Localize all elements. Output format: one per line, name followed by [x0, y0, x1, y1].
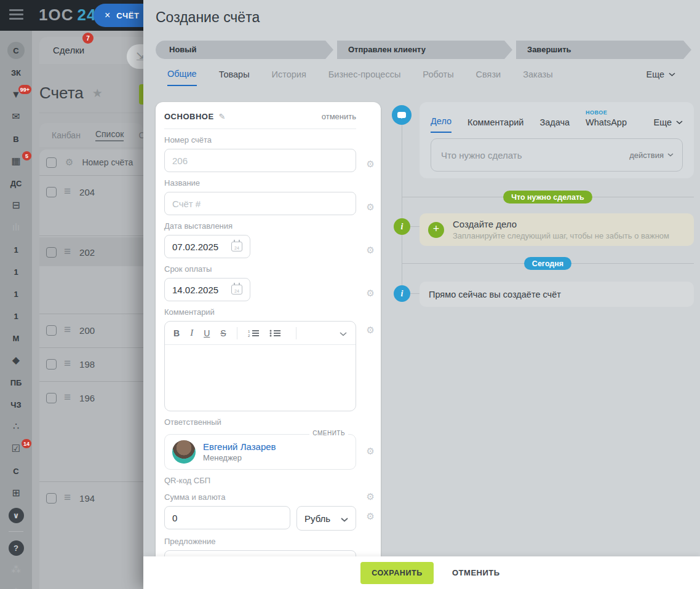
sidebar-item-m[interactable]: М — [0, 327, 32, 349]
box-icon[interactable]: ◆ — [0, 349, 32, 371]
field-settings-gear-icon[interactable]: ⚙ — [367, 325, 375, 336]
tab-роботы[interactable]: Роботы — [423, 69, 453, 85]
field-settings-gear-icon[interactable]: ⚙ — [367, 511, 375, 522]
timeline-tab-whatsapp[interactable]: WhatsAppНОВОЕ — [586, 117, 627, 133]
profile-avatar[interactable]: С — [0, 39, 32, 61]
comment-textarea[interactable] — [165, 345, 356, 411]
edit-pencil-icon[interactable]: ✎ — [219, 112, 226, 121]
tab-связи[interactable]: Связи — [476, 69, 501, 85]
currency-select[interactable]: Рубль — [296, 506, 356, 531]
sidebar-item-zk[interactable]: ЗК — [0, 61, 32, 84]
todo-input[interactable]: Что нужно сделать действия — [431, 138, 683, 172]
select-all-checkbox[interactable] — [46, 157, 57, 168]
title-input[interactable]: Счёт # — [164, 192, 356, 215]
calendar-icon[interactable]: 24 — [231, 242, 242, 251]
change-responsible-link[interactable]: сменить — [309, 430, 348, 437]
underline-icon[interactable]: U — [204, 328, 210, 338]
row-checkbox[interactable] — [46, 393, 57, 403]
bullet-list-icon[interactable] — [269, 329, 280, 338]
chevron-down-icon[interactable] — [340, 328, 347, 339]
timeline-tab-задача[interactable]: Задача — [539, 117, 570, 133]
stage-1[interactable]: Новый — [156, 41, 333, 59]
timeline-tab-дело[interactable]: Дело — [431, 116, 451, 133]
menu-hamburger-icon[interactable] — [9, 9, 23, 22]
field-settings-gear-icon[interactable]: ⚙ — [367, 446, 375, 457]
view-tab-список[interactable]: Список — [95, 129, 124, 141]
help-icon[interactable]: ? — [0, 537, 32, 559]
tab-товары[interactable]: Товары — [219, 69, 250, 85]
tab-история[interactable]: История — [272, 69, 306, 85]
envelope-icon[interactable]: ✉ — [0, 106, 32, 128]
actions-dropdown[interactable]: действия — [629, 151, 674, 160]
view-tab-с[interactable]: С — [138, 130, 143, 140]
sidebar-item-1c[interactable]: 1 — [0, 283, 32, 305]
cancel-button[interactable]: ОТМЕНИТЬ — [452, 568, 500, 577]
strikethrough-icon[interactable]: S — [220, 328, 226, 338]
timeline-tab-more[interactable]: Еще — [653, 117, 683, 133]
invoice-number-cell[interactable]: 194 — [79, 493, 95, 504]
row-checkbox[interactable] — [46, 359, 57, 370]
favorite-star-icon[interactable]: ★ — [92, 86, 103, 100]
sidebar-item-1d[interactable]: 1 — [0, 305, 32, 327]
logo[interactable]: 1ОС24 — [39, 6, 96, 25]
sidebar-item-v[interactable]: В — [0, 128, 32, 150]
tab-общие[interactable]: Общие — [167, 69, 197, 86]
invoice-number-cell[interactable]: 200 — [79, 325, 95, 336]
table-settings-gear-icon[interactable]: ⚙ — [65, 157, 73, 168]
calendar-icon[interactable]: 24 — [231, 285, 242, 294]
stage-3[interactable]: Завершить — [516, 41, 691, 59]
numbered-list-icon[interactable]: 12 — [248, 329, 259, 338]
row-checkbox[interactable] — [46, 493, 57, 504]
sidebar-item-ds[interactable]: ДС — [0, 172, 32, 194]
sidebar-item-chz[interactable]: ЧЗ — [0, 393, 32, 416]
tab-заказы[interactable]: Заказы — [523, 69, 552, 85]
due-date-input[interactable]: 14.02.2025 24 — [164, 278, 250, 301]
stage-2[interactable]: Отправлен клиенту — [337, 41, 512, 59]
field-settings-gear-icon[interactable]: ⚙ — [367, 288, 375, 299]
field-settings-gear-icon[interactable]: ⚙ — [367, 491, 375, 502]
gear-icon[interactable]: ⚙ — [0, 581, 32, 589]
amount-input[interactable]: 0 — [164, 506, 290, 529]
tab-more[interactable]: Еще — [646, 69, 675, 85]
invoice-number-input[interactable]: 206 — [164, 149, 356, 172]
row-menu-icon[interactable]: ≡ — [64, 359, 71, 368]
row-checkbox[interactable] — [46, 325, 57, 336]
tree-icon[interactable]: ⁂ — [0, 559, 32, 581]
invoice-number-cell[interactable]: 204 — [79, 187, 95, 197]
timeline-tab-комментарий[interactable]: Комментарий — [467, 117, 523, 133]
card-reader-icon[interactable]: ⊟ — [0, 194, 32, 216]
share-dots-icon[interactable]: ∴ — [0, 416, 32, 438]
close-icon[interactable]: × — [105, 10, 110, 21]
sidebar-item-s[interactable]: С — [0, 460, 32, 482]
create-activity-card[interactable]: + Создайте дело Запланируйте следующий ш… — [420, 213, 694, 246]
planner-icon[interactable]: ⊞ — [0, 482, 32, 504]
invoice-number-cell[interactable]: 198 — [79, 359, 95, 370]
sidebar-item-pb[interactable]: ПБ — [0, 371, 32, 393]
field-settings-gear-icon[interactable]: ⚙ — [367, 245, 375, 256]
sidebar-item-1b[interactable]: 1 — [0, 261, 32, 283]
chevron-down-circle-icon[interactable]: ∨ — [0, 504, 32, 526]
responsible-name-link[interactable]: Евгений Лазарев — [203, 441, 276, 452]
view-tab-канбан[interactable]: Канбан — [52, 130, 81, 140]
section-cancel-link[interactable]: отменить — [322, 112, 356, 121]
invoice-number-cell[interactable]: 196 — [79, 393, 95, 403]
bold-icon[interactable]: B — [173, 328, 180, 338]
row-menu-icon[interactable]: ≡ — [64, 493, 71, 502]
field-settings-gear-icon[interactable]: ⚙ — [367, 202, 375, 213]
row-menu-icon[interactable]: ≡ — [64, 187, 71, 196]
tab-бизнес-процессы[interactable]: Бизнес-процессы — [328, 69, 401, 85]
tasks-check-icon[interactable]: ☑14 — [0, 438, 32, 460]
bar-chart-icon[interactable]: ılı — [0, 216, 32, 239]
row-checkbox[interactable] — [46, 187, 57, 197]
tab-deals[interactable]: Сделки 7 ⇲ — [39, 37, 150, 64]
plus-icon[interactable]: + — [428, 222, 444, 238]
field-settings-gear-icon[interactable]: ⚙ — [367, 159, 375, 170]
cart-icon[interactable]: ▦5 — [0, 150, 32, 172]
row-menu-icon[interactable]: ≡ — [64, 325, 71, 334]
save-button[interactable]: СОХРАНИТЬ — [360, 562, 434, 584]
sidebar-item-1a[interactable]: 1 — [0, 239, 32, 261]
column-header[interactable]: Номер счёта — [82, 157, 133, 167]
issue-date-input[interactable]: 07.02.2025 24 — [164, 235, 250, 258]
comment-editor[interactable]: B I U S 12 — [164, 321, 356, 411]
italic-icon[interactable]: I — [190, 328, 193, 338]
